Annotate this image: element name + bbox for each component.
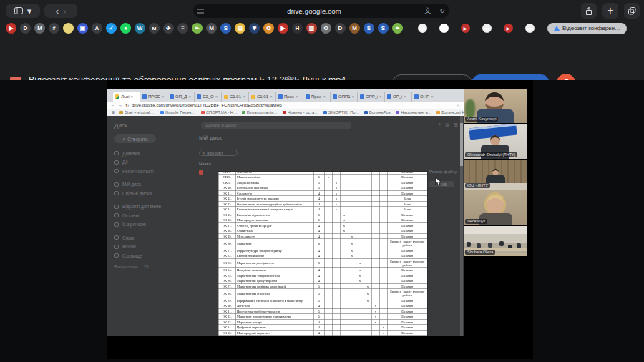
active-tab[interactable]: Відеозвіт конферен… bbox=[547, 23, 627, 34]
course-credits: 6 bbox=[313, 239, 324, 248]
course-credits: 4 bbox=[313, 253, 324, 259]
tab-overview-button[interactable] bbox=[624, 3, 640, 19]
bookmark-label: Новини - останні н... bbox=[288, 110, 319, 114]
pinned-tab[interactable]: W bbox=[434, 23, 453, 34]
course-name: Соціологія bbox=[235, 190, 313, 196]
bookmark-favicon[interactable]: ✿ bbox=[263, 23, 274, 34]
drive-sidebar-item: Домівка bbox=[114, 149, 192, 158]
drive-main-dimmed: Мій диск ×відеозвіт Назва bbox=[199, 134, 238, 175]
pinned-tab[interactable]: up bbox=[413, 23, 431, 34]
bookmark-favicon[interactable]: D bbox=[20, 23, 31, 34]
bookmark-favicon[interactable]: H bbox=[292, 23, 303, 34]
bookmark-favicon[interactable]: O bbox=[321, 23, 331, 34]
pinned-tab[interactable]: ▶ bbox=[499, 23, 517, 34]
document-preview: ОК 7. технологій bbox=[218, 172, 427, 336]
bookmark-favicon[interactable]: ▣ bbox=[77, 23, 88, 34]
site-settings-icon[interactable] bbox=[193, 9, 208, 14]
bookmark-favicon[interactable]: ✓ bbox=[106, 23, 117, 34]
drive-sidebar-item: Робочі області bbox=[114, 167, 192, 176]
pinned-tab[interactable]: ▶ bbox=[456, 23, 474, 34]
control-form: Екзамен bbox=[387, 273, 427, 278]
bookmark-favicon[interactable]: ▤ bbox=[235, 23, 245, 34]
bookmark-favicon[interactable]: M bbox=[349, 23, 360, 34]
table-row: ОК 12. Історія маркетингу та реклами 4 x bbox=[218, 196, 427, 202]
control-form: Екзамен, захист курсової роботи bbox=[387, 258, 427, 268]
course-credits: 5 bbox=[313, 175, 324, 180]
course-name: Поведінка споживача bbox=[235, 268, 313, 273]
bookmark-favicon[interactable]: ● bbox=[120, 23, 131, 34]
course-code: ОК 9. bbox=[218, 180, 235, 185]
course-name: Економіка підприємства bbox=[235, 212, 313, 217]
tab-close-icon: × bbox=[188, 94, 191, 99]
bookmark-favicon[interactable]: ❄ bbox=[249, 23, 260, 34]
translate-icon[interactable]: 文 bbox=[421, 6, 435, 16]
drive-topbar: Диск Шукати в Диску ?⚙⊞ bbox=[114, 120, 458, 130]
bookmark-favicon[interactable]: M bbox=[206, 23, 217, 34]
bookmark-favicon[interactable]: ❧ bbox=[392, 23, 403, 34]
bookmark-favicon[interactable]: ▶ bbox=[6, 23, 16, 34]
share-page-button[interactable] bbox=[581, 3, 597, 19]
bookmark-favicon[interactable]: # bbox=[49, 23, 59, 34]
sidebar-item-icon bbox=[114, 160, 119, 165]
drive-filter-chip: ×відеозвіт bbox=[199, 150, 238, 156]
table-row: ОК 33. Маркетинг послуг 4 bbox=[218, 319, 427, 325]
tab-label: С1.01 bbox=[230, 94, 241, 99]
bookmark-favicon[interactable]: ≡ bbox=[177, 23, 188, 34]
bookmark-favicon[interactable]: м bbox=[149, 23, 160, 34]
bookmark-favicon[interactable]: W bbox=[135, 23, 145, 34]
control-form: Екзамен bbox=[387, 268, 427, 273]
bookmark-favicon[interactable]: S bbox=[220, 23, 231, 34]
course-code: ОК 30. bbox=[218, 303, 235, 309]
control-form: Екзамен bbox=[387, 325, 427, 331]
bookmark-favicon[interactable]: ✈ bbox=[163, 23, 174, 34]
tab-favicon bbox=[197, 94, 201, 99]
reload-icon[interactable]: ↻ bbox=[435, 7, 449, 14]
sidebar-item-label: Відкриті для мене bbox=[122, 204, 161, 209]
bookmark-favicon[interactable]: ▥ bbox=[306, 23, 317, 34]
participants-strip: Andrii Kosynskyi Oleksandr Shubalyi (ЛНТ… bbox=[464, 89, 527, 256]
sidebar-item-icon bbox=[114, 222, 119, 227]
control-form: Залік bbox=[387, 207, 427, 212]
tab-close-icon: × bbox=[243, 94, 245, 99]
pinned-tab-favicon: up bbox=[525, 24, 535, 33]
player-header: Відеозвіт конференції та обговорення осв… bbox=[0, 36, 644, 60]
control-form: Екзамен bbox=[387, 228, 427, 234]
tab-label: Прое bbox=[311, 94, 321, 99]
browser-toolbar: ▾ ‹ › drive.google.com 文 ↻ + bbox=[0, 0, 644, 21]
bookmark-favicon[interactable]: M bbox=[34, 23, 45, 34]
bookmark-favicon[interactable]: ▶ bbox=[278, 23, 288, 34]
tab-label: ОНП bbox=[420, 94, 429, 99]
shared-browser-tab: D2_О × bbox=[195, 92, 222, 102]
bookmark-favicon[interactable]: D bbox=[335, 23, 346, 34]
tab-favicon bbox=[170, 94, 174, 99]
table-row: ОК 9. Мікроекономіка 5 x bbox=[218, 180, 427, 185]
course-code: ОК 22. bbox=[218, 253, 235, 259]
pinned-tab[interactable]: xx bbox=[477, 23, 496, 34]
sidebar-item-icon bbox=[114, 151, 119, 155]
bookmark-favicon[interactable]: S bbox=[378, 23, 389, 34]
pinned-tab[interactable]: up bbox=[520, 23, 539, 34]
course-name: Економіко-математичні методи та моделі bbox=[235, 207, 313, 212]
bookmark-favicon[interactable]: ❧ bbox=[192, 23, 203, 34]
participant-name: Andrii Kosynskyi bbox=[465, 117, 498, 122]
course-name: Маркетинг послуг bbox=[235, 319, 313, 325]
table-row: ОК 29. Інформаційні системи і технології… bbox=[218, 298, 427, 303]
sidebar-item-label: Спам bbox=[122, 235, 134, 240]
control-form: Залік bbox=[387, 201, 427, 207]
shared-browser-tab: Льві × bbox=[113, 92, 140, 102]
bookmark-favicon[interactable] bbox=[63, 23, 74, 34]
back-button[interactable]: ‹ bbox=[56, 6, 59, 16]
pinned-tab-favicon: W bbox=[439, 24, 449, 33]
drive-scrollbar bbox=[460, 116, 463, 336]
shared-browser-tab: ОРР_і × bbox=[358, 92, 385, 102]
address-bar[interactable]: drive.google.com 文 ↻ bbox=[193, 4, 449, 18]
bookmark-favicon[interactable]: A bbox=[92, 23, 102, 34]
video-stage[interactable]: Льві × ПРОЕ × bbox=[0, 80, 644, 362]
chevron-down-icon: ▾ bbox=[27, 6, 32, 16]
pinned-tab-favicon: ▶ bbox=[461, 24, 470, 33]
course-credits: 4 bbox=[313, 196, 324, 202]
forward-button[interactable]: › bbox=[63, 6, 66, 16]
new-tab-button[interactable]: + bbox=[602, 3, 618, 19]
bookmark-favicon[interactable]: S bbox=[364, 23, 374, 34]
sidebar-toggle-button[interactable]: ▾ bbox=[6, 4, 40, 18]
